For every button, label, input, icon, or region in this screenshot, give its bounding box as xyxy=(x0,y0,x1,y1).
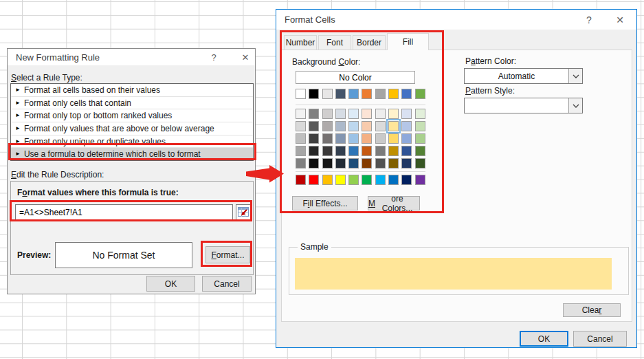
color-swatch[interactable] xyxy=(388,89,399,99)
color-swatch[interactable] xyxy=(362,133,372,144)
more-colors-button[interactable]: More Colors... xyxy=(368,196,420,210)
color-swatch[interactable] xyxy=(335,146,346,156)
color-swatch[interactable] xyxy=(375,158,386,168)
color-swatch[interactable] xyxy=(335,133,346,144)
fill-effects-button[interactable]: Fill Effects... xyxy=(292,196,358,210)
color-swatch[interactable] xyxy=(335,89,346,99)
color-swatch[interactable] xyxy=(309,121,319,131)
dialog-titlebar[interactable]: New Formatting Rule ? ✕ xyxy=(8,49,255,65)
color-swatch[interactable] xyxy=(348,109,359,119)
clear-button[interactable]: Clear xyxy=(563,303,621,317)
close-icon[interactable]: ✕ xyxy=(613,14,627,25)
color-swatch[interactable] xyxy=(296,133,306,144)
color-swatch[interactable] xyxy=(415,158,425,168)
color-swatch[interactable] xyxy=(375,146,386,156)
tab-font[interactable]: Font xyxy=(318,35,351,50)
color-swatch[interactable] xyxy=(401,133,412,144)
color-swatch[interactable] xyxy=(322,175,333,185)
color-swatch[interactable] xyxy=(415,121,425,131)
color-swatch[interactable] xyxy=(401,109,412,119)
color-swatch[interactable] xyxy=(415,146,425,156)
range-picker-button[interactable] xyxy=(236,204,251,220)
color-swatch[interactable] xyxy=(335,109,346,119)
color-swatch[interactable] xyxy=(309,146,319,156)
color-swatch[interactable] xyxy=(309,109,319,119)
color-swatch[interactable] xyxy=(335,158,346,168)
color-swatch[interactable] xyxy=(375,109,386,119)
pattern-style-select[interactable] xyxy=(464,98,583,113)
rule-type-option[interactable]: ► Format only unique or duplicate values xyxy=(11,135,253,149)
color-swatch[interactable] xyxy=(296,89,306,99)
color-swatch[interactable] xyxy=(401,121,412,131)
color-swatch[interactable] xyxy=(296,146,306,156)
color-swatch[interactable] xyxy=(309,133,319,144)
rule-type-option[interactable]: ► Format only values that are above or b… xyxy=(11,122,253,135)
color-swatch[interactable] xyxy=(375,133,386,144)
color-swatch[interactable] xyxy=(309,175,319,185)
color-swatch[interactable] xyxy=(348,175,359,185)
color-swatch[interactable] xyxy=(362,89,372,99)
chevron-down-icon[interactable] xyxy=(568,69,582,83)
color-swatch[interactable] xyxy=(362,109,372,119)
formula-input[interactable] xyxy=(15,204,233,220)
color-swatch[interactable] xyxy=(401,158,412,168)
tab-fill[interactable]: Fill xyxy=(387,33,429,50)
color-swatch[interactable] xyxy=(362,146,372,156)
color-swatch[interactable] xyxy=(362,175,372,185)
color-swatch[interactable] xyxy=(415,109,425,119)
color-swatch[interactable] xyxy=(335,175,346,185)
color-swatch[interactable] xyxy=(296,109,306,119)
help-icon[interactable]: ? xyxy=(582,14,596,25)
color-swatch[interactable] xyxy=(348,146,359,156)
color-swatch[interactable] xyxy=(375,121,386,131)
help-icon[interactable]: ? xyxy=(207,52,221,63)
color-swatch[interactable] xyxy=(348,158,359,168)
color-swatch[interactable] xyxy=(415,133,425,144)
color-swatch[interactable] xyxy=(415,89,425,99)
cancel-button[interactable]: Cancel xyxy=(573,331,627,347)
rule-type-option[interactable]: ► Format only top or bottom ranked value… xyxy=(11,109,253,122)
pattern-color-select[interactable]: Automatic xyxy=(464,68,583,84)
format-button[interactable]: Format... xyxy=(206,246,250,263)
color-swatch[interactable] xyxy=(296,175,306,185)
color-swatch[interactable] xyxy=(322,89,333,99)
color-swatch[interactable] xyxy=(388,121,399,131)
color-swatch[interactable] xyxy=(388,109,399,119)
rule-type-option-selected[interactable]: ► Use a formula to determine which cells… xyxy=(11,148,253,160)
color-swatch[interactable] xyxy=(388,175,399,185)
color-swatch[interactable] xyxy=(296,121,306,131)
color-swatch[interactable] xyxy=(348,89,359,99)
color-swatch[interactable] xyxy=(375,89,386,99)
color-swatch[interactable] xyxy=(322,121,333,131)
color-swatch[interactable] xyxy=(309,89,319,99)
ok-button[interactable]: OK xyxy=(146,276,195,292)
color-swatch[interactable] xyxy=(296,158,306,168)
color-swatch[interactable] xyxy=(322,158,333,168)
color-swatch[interactable] xyxy=(348,133,359,144)
cancel-button[interactable]: Cancel xyxy=(202,276,252,292)
rule-type-option[interactable]: ► Format only cells that contain xyxy=(11,97,253,110)
ok-button[interactable]: OK xyxy=(520,331,568,347)
color-swatch[interactable] xyxy=(322,109,333,119)
color-swatch[interactable] xyxy=(401,146,412,156)
close-icon[interactable]: ✕ xyxy=(238,52,252,63)
color-swatch[interactable] xyxy=(322,133,333,144)
color-swatch[interactable] xyxy=(401,89,412,99)
color-swatch[interactable] xyxy=(348,121,359,131)
rule-type-option[interactable]: ► Format all cells based on their values xyxy=(11,84,253,97)
color-swatch[interactable] xyxy=(388,146,399,156)
no-color-button[interactable]: No Color xyxy=(296,71,415,84)
color-swatch[interactable] xyxy=(388,158,399,168)
chevron-down-icon[interactable] xyxy=(568,98,582,113)
tab-border[interactable]: Border xyxy=(353,35,386,50)
color-swatch[interactable] xyxy=(362,121,372,131)
color-swatch[interactable] xyxy=(309,158,319,168)
color-swatch[interactable] xyxy=(322,146,333,156)
color-swatch[interactable] xyxy=(401,175,412,185)
color-swatch[interactable] xyxy=(388,133,399,144)
color-swatch[interactable] xyxy=(415,175,425,185)
dialog-titlebar[interactable]: Format Cells ? ✕ xyxy=(276,10,636,30)
color-swatch[interactable] xyxy=(362,158,372,168)
color-swatch[interactable] xyxy=(375,175,386,185)
color-swatch[interactable] xyxy=(335,121,346,131)
